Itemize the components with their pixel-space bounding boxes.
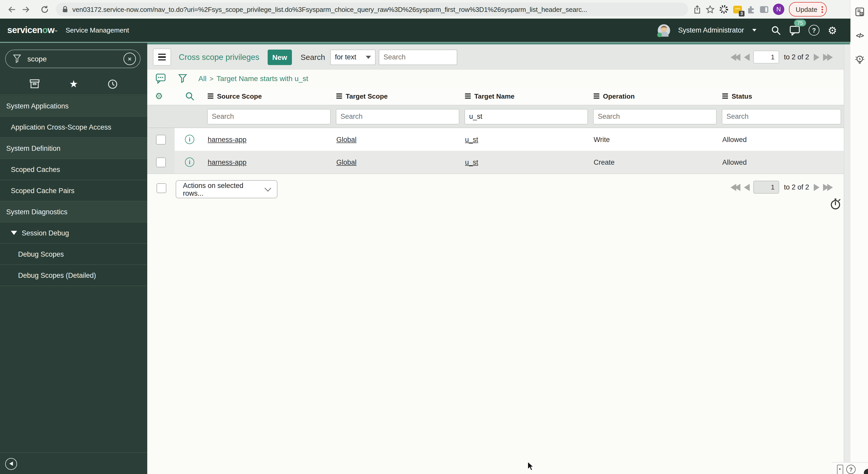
next-page-button[interactable] xyxy=(814,183,819,191)
bookmark-star-icon[interactable] xyxy=(706,5,715,14)
previous-page-button[interactable] xyxy=(744,54,750,61)
sidebar-item-session-debug[interactable]: Session Debug xyxy=(0,223,147,244)
extensions-puzzle-icon[interactable] xyxy=(747,5,755,14)
sidebar-item-scoped-caches[interactable]: Scoped Caches xyxy=(0,159,147,180)
filter-status-input[interactable] xyxy=(722,109,841,124)
column-header-target-scope[interactable]: Target Scope xyxy=(333,92,462,100)
lock-icon xyxy=(62,5,68,13)
list-context-menu-icon[interactable] xyxy=(153,48,171,66)
global-search-icon[interactable] xyxy=(771,25,781,35)
last-page-button[interactable] xyxy=(823,183,833,191)
filter-target-name-input[interactable] xyxy=(464,109,588,124)
sidebar-item-scoped-cache-pairs[interactable]: Scoped Cache Pairs xyxy=(0,180,147,201)
app-header: servicenow™ Service Management System Ad… xyxy=(0,19,850,43)
column-header-target-name[interactable]: Target Name xyxy=(462,92,591,100)
column-menu-icon[interactable] xyxy=(722,93,728,99)
last-page-button[interactable] xyxy=(823,54,833,61)
first-page-button[interactable] xyxy=(731,183,740,191)
table-row: harness-app Global u_st Write Allowed xyxy=(147,128,844,151)
browser-menu-icon[interactable] xyxy=(822,6,823,13)
list-settings-gear-icon[interactable] xyxy=(155,92,175,100)
sidebar-item-debug-scopes-detailed[interactable]: Debug Scopes (Detailed) xyxy=(0,265,147,286)
user-menu[interactable]: System Administrator xyxy=(678,26,744,34)
cell-target-scope-link[interactable]: Global xyxy=(336,136,356,143)
connect-chat-icon[interactable]: 75 xyxy=(789,25,800,35)
browser-forward-icon[interactable] xyxy=(19,2,33,16)
list-chat-icon[interactable] xyxy=(156,73,166,84)
list-search-input[interactable] xyxy=(379,49,458,65)
expanded-caret-icon[interactable] xyxy=(11,231,17,235)
filter-target-scope-input[interactable] xyxy=(336,109,459,124)
history-tab-icon[interactable] xyxy=(108,79,118,89)
user-menu-caret-icon[interactable] xyxy=(752,29,756,32)
cell-source-scope-link[interactable]: harness-app xyxy=(208,158,246,166)
sidebar-section-system-applications[interactable]: System Applications xyxy=(0,96,147,117)
notes-extension-icon[interactable]: ⋯3 xyxy=(733,5,742,13)
row-checkbox[interactable] xyxy=(156,157,166,167)
lightbulb-idea-icon[interactable] xyxy=(855,54,865,66)
select-all-checkbox[interactable] xyxy=(157,183,166,193)
sidebar-item-debug-scopes[interactable]: Debug Scopes xyxy=(0,244,147,265)
corner-widget[interactable] xyxy=(864,469,868,474)
all-applications-tab-icon[interactable] xyxy=(29,79,39,89)
clear-filter-icon[interactable] xyxy=(123,53,136,65)
page-number-input[interactable] xyxy=(753,181,779,194)
cell-source-scope-link[interactable]: harness-app xyxy=(208,136,246,143)
first-page-button[interactable] xyxy=(731,54,740,61)
next-page-button[interactable] xyxy=(814,54,819,61)
previous-page-button[interactable] xyxy=(744,183,750,191)
dev-code-icon[interactable]: </> xyxy=(855,32,865,39)
cell-target-name-link[interactable]: u_st xyxy=(465,158,478,166)
cell-target-name-link[interactable]: u_st xyxy=(465,136,478,143)
list-title: Cross scope privileges xyxy=(179,53,259,62)
column-menu-icon[interactable] xyxy=(465,93,471,99)
side-panel-icon[interactable] xyxy=(760,6,768,13)
list-content: Cross scope privileges New Search for te… xyxy=(147,43,850,474)
column-menu-icon[interactable] xyxy=(336,93,342,99)
record-info-icon[interactable] xyxy=(185,135,194,144)
browser-reload-icon[interactable] xyxy=(37,2,52,16)
search-type-select[interactable]: for text xyxy=(331,49,376,65)
favorites-tab-icon[interactable] xyxy=(69,79,78,89)
row-checkbox[interactable] xyxy=(156,135,166,144)
column-header-source-scope[interactable]: Source Scope xyxy=(205,92,333,100)
url-text: ven03172.service-now.com/nav_to.do?uri=%… xyxy=(72,5,587,13)
cell-target-scope-link[interactable]: Global xyxy=(336,158,356,166)
breadcrumb-filter-link[interactable]: Target Name starts with u_st xyxy=(216,74,308,82)
navigator-filter-input[interactable] xyxy=(26,54,123,64)
browser-back-icon[interactable] xyxy=(4,2,19,16)
response-time-icon[interactable] xyxy=(830,198,842,210)
column-search-toggle-icon[interactable] xyxy=(185,91,194,101)
collapse-sidebar-icon[interactable] xyxy=(5,458,17,470)
settings-gear-icon[interactable] xyxy=(828,25,837,35)
list-scrollbar[interactable] xyxy=(844,44,850,474)
breadcrumb-all-link[interactable]: All xyxy=(198,74,207,82)
sidebar-item-application-cross-scope-access[interactable]: Application Cross-Scope Access xyxy=(0,117,147,138)
help-icon[interactable] xyxy=(809,25,819,36)
actions-dropdown[interactable]: Actions on selected rows... xyxy=(176,180,277,198)
column-header-operation[interactable]: Operation xyxy=(591,92,719,100)
theme-extension-icon[interactable] xyxy=(719,5,728,14)
filter-source-scope-input[interactable] xyxy=(207,109,331,124)
sidebar-section-system-definition[interactable]: System Definition xyxy=(0,138,147,159)
column-header-status[interactable]: Status xyxy=(719,92,844,100)
sidebar-section-system-diagnostics[interactable]: System Diagnostics xyxy=(0,201,147,223)
breadcrumb-funnel-icon[interactable] xyxy=(178,74,187,83)
column-menu-icon[interactable] xyxy=(594,93,599,99)
share-icon[interactable] xyxy=(693,5,701,14)
navigator-filter-box[interactable] xyxy=(5,49,141,68)
mouse-cursor xyxy=(527,461,534,471)
reading-list-panel-icon[interactable] xyxy=(855,7,865,16)
column-menu-icon[interactable] xyxy=(208,93,213,99)
browser-profile-avatar[interactable]: N xyxy=(773,4,784,15)
scroll-widget-icon[interactable] xyxy=(837,465,843,474)
record-info-icon[interactable] xyxy=(185,158,194,167)
new-button[interactable]: New xyxy=(268,49,292,65)
breadcrumb-bar: All > Target Name starts with u_st xyxy=(147,70,844,87)
filter-operation-input[interactable] xyxy=(593,109,717,124)
browser-update-button[interactable]: Update xyxy=(789,2,827,16)
user-avatar[interactable] xyxy=(657,24,670,36)
help-question-icon[interactable] xyxy=(846,465,856,474)
address-bar[interactable]: ven03172.service-now.com/nav_to.do?uri=%… xyxy=(56,3,688,16)
page-number-input[interactable] xyxy=(753,50,779,64)
